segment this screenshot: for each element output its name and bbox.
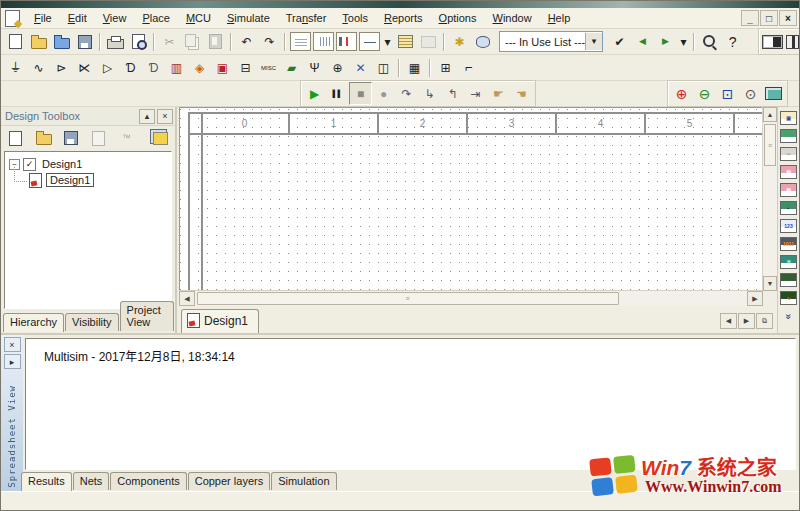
grapher-dropdown-button[interactable]: ▾ [381,30,394,53]
place-ni-component-button[interactable]: ✕ [349,56,372,79]
close-button[interactable]: × [779,10,797,26]
place-source-button[interactable]: ⏚ [4,56,27,79]
tree-root-label[interactable]: Design1 [39,158,85,170]
menu-file[interactable]: File [26,10,60,26]
place-transistor-button[interactable]: ⋉ [73,56,96,79]
zoom-area-button[interactable]: ⊡ [716,82,739,105]
horizontal-scroll-thumb[interactable]: ≡ [197,292,619,305]
multimeter-instrument-button[interactable]: ▣ [780,111,797,125]
help-button[interactable]: ? [721,30,744,53]
toolbox-dock-button[interactable]: ▴ [139,109,155,124]
spreadsheet-expand-button[interactable]: ▸ [4,354,21,369]
spreadsheet-tab-results[interactable]: Results [21,472,72,491]
bode-plotter-instrument-button[interactable]: ▪ [780,201,797,215]
function-generator-instrument-button[interactable] [780,129,797,143]
open-sample-button[interactable] [50,30,73,53]
in-use-list-combo[interactable]: --- In Use List --- ▾ [499,31,603,52]
full-screen-button[interactable] [762,82,785,105]
step-into-button[interactable]: ↳ [418,82,441,105]
run-simulation-button[interactable]: ▶ [303,82,326,105]
database-manager-button[interactable] [471,30,494,53]
tree-root-row[interactable]: − ✓ Design1 [7,156,169,172]
place-indicator-button[interactable]: ▣ [211,56,234,79]
open-button[interactable] [27,30,50,53]
logic-converter-instrument-button[interactable]: → [780,273,797,287]
step-out-button[interactable]: ↰ [441,82,464,105]
save-button[interactable] [73,30,96,53]
place-bus-button[interactable]: ⌐ [457,56,480,79]
place-mixed-button[interactable]: ◈ [188,56,211,79]
menu-tools[interactable]: Tools [334,10,376,26]
open-design-button[interactable] [33,127,55,150]
print-preview-button[interactable] [127,30,150,53]
scroll-right-button[interactable]: ▶ [747,291,763,306]
undo-button[interactable]: ↶ [235,30,258,53]
menu-reports[interactable]: Reports [376,10,431,26]
toolbox-close-button[interactable]: × [157,109,173,124]
vertical-scrollbar[interactable]: ▲ ≡ ▼ [762,107,777,291]
menu-options[interactable]: Options [431,10,485,26]
toggle-design-toolbox-button[interactable] [290,32,311,51]
place-ttl-button[interactable]: Ɗ [119,56,142,79]
new-schematic-button[interactable] [5,127,27,150]
wattmeter-instrument-button[interactable]: ▫▫ [780,147,797,161]
spreadsheet-close-button[interactable]: × [4,337,21,352]
recent-designs-button[interactable] [149,127,171,150]
menu-place[interactable]: Place [134,10,178,26]
minimize-button[interactable]: _ [741,10,759,26]
run-stop-switch-button[interactable] [761,30,784,53]
new-button[interactable] [4,30,27,53]
place-mcu-button[interactable]: ▦ [403,56,426,79]
place-connector-button[interactable]: ◫ [372,56,395,79]
place-analog-button[interactable]: ▷ [96,56,119,79]
electrical-rules-check-button[interactable]: ✔ [608,30,631,53]
remove-breakpoint-button[interactable]: ☚ [510,82,533,105]
menu-help[interactable]: Help [540,10,579,26]
scroll-left-button[interactable]: ◀ [179,291,195,306]
design-tree[interactable]: − ✓ Design1 Design1 [4,151,172,309]
menu-view[interactable]: View [95,10,135,26]
frequency-counter-instrument-button[interactable]: 123 [780,219,797,233]
horizontal-scrollbar[interactable]: ◀ ≡ ▶ [179,290,763,306]
restore-button[interactable]: □ [760,10,778,26]
menu-transfer[interactable]: Transfer [278,10,335,26]
toggle-breakpoint-button[interactable]: ☛ [487,82,510,105]
place-diode-button[interactable]: ⊳ [50,56,73,79]
forward-annotate-button[interactable]: ▶ [654,30,677,53]
hierarchical-block-button[interactable]: ⊞ [434,56,457,79]
spreadsheet-tab-nets[interactable]: Nets [73,472,110,490]
find-button[interactable] [698,30,721,53]
tree-child-label[interactable]: Design1 [46,173,94,187]
create-component-button[interactable]: ✱ [448,30,471,53]
logic-analyzer-instrument-button[interactable]: ≣ [780,255,797,269]
place-power-component-button[interactable]: ⊟ [234,56,257,79]
run-to-cursor-button[interactable]: ⇥ [464,82,487,105]
zoom-out-button[interactable]: ⊖ [693,82,716,105]
breadboard-button[interactable] [394,30,417,53]
combo-dropdown-button[interactable]: ▾ [585,33,602,50]
pause-switch-button[interactable] [784,30,800,53]
place-misc-digital-button[interactable]: ▥ [165,56,188,79]
toolbox-tab-project-view[interactable]: Project View [120,301,174,331]
scroll-down-button[interactable]: ▼ [763,276,777,291]
tab-scroll-right-button[interactable]: ▶ [738,313,755,329]
toolbox-tab-visibility[interactable]: Visibility [65,313,119,331]
menu-mcu[interactable]: MCU [178,10,219,26]
print-button[interactable] [104,30,127,53]
four-channel-oscilloscope-instrument-button[interactable]: ▨ [780,183,797,197]
menu-edit[interactable]: Edit [60,10,95,26]
instruments-overflow-chevron[interactable]: » [783,314,794,320]
zoom-in-button[interactable]: ⊕ [670,82,693,105]
place-misc-button[interactable]: MISC [257,56,280,79]
toggle-database-bar-button[interactable] [336,32,357,51]
pause-simulation-button[interactable]: ▌▌ [326,82,349,105]
stop-simulation-button[interactable]: ■ [349,82,372,105]
back-annotate-button[interactable]: ◀ [631,30,654,53]
sheet-tab-design1[interactable]: Design1 [181,309,259,333]
menu-simulate[interactable]: Simulate [219,10,278,26]
annotate-dropdown-button[interactable]: ▾ [677,30,690,53]
place-rf-button[interactable]: Ψ [303,56,326,79]
vertical-scroll-thumb[interactable]: ≡ [764,124,776,166]
toolbox-tab-hierarchy[interactable]: Hierarchy [3,313,64,332]
step-over-button[interactable]: ↷ [395,82,418,105]
